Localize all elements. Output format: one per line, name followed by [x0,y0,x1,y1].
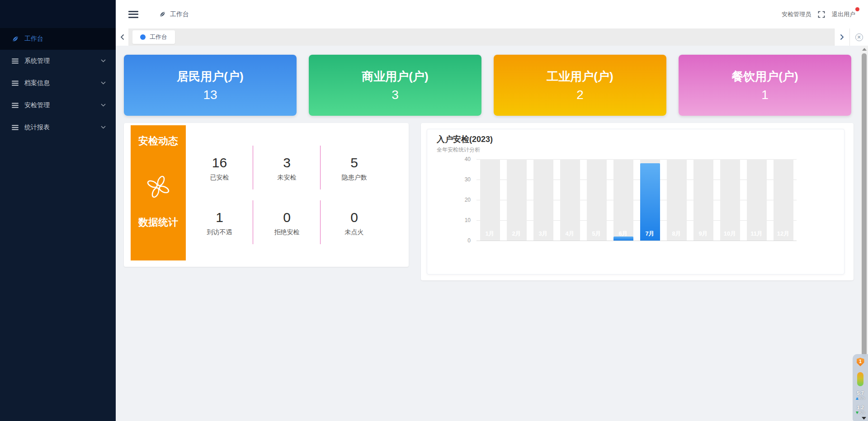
header-right: 安检管理员 退出用户 [782,10,855,19]
leaf-icon [159,11,166,18]
chart-bar-slot: 8月 [663,159,690,241]
chevron-down-icon [101,126,106,129]
summary-card-title: 居民用户(户) [177,69,243,85]
bar-background [774,159,793,241]
bar-background [747,159,767,241]
stat-value: 16 [212,155,227,170]
summary-card-value: 13 [203,88,217,102]
y-axis-tick: 30 [465,176,471,183]
list-icon [12,102,19,109]
sidebar-item-label: 工作台 [24,35,43,43]
sidebar-item-2[interactable]: 档案信息 [0,72,116,94]
chevron-down-icon [101,104,106,107]
stat-label: 隐患户数 [342,174,367,182]
chart-bar-slot: 6月 [610,159,637,241]
bar-background [480,159,500,241]
sidebar: 工作台 系统管理 档案信息 安检管理 统计报表 [0,0,116,421]
bar-value [640,163,660,241]
chart-bar-slot: 7月 [637,159,663,241]
summary-card-value: 2 [576,88,584,102]
bar-background [667,159,687,241]
summary-card-title: 餐饮用户(户) [731,69,798,85]
banner-title-bottom: 数据统计 [131,216,186,229]
chart-bar-slot: 9月 [690,159,717,241]
widget-expand-icon[interactable] [862,417,866,420]
download-arrow-icon [856,412,859,414]
bar-month-label: 4月 [557,230,583,238]
top-header: 工作台 安检管理员 退出用户 [116,0,868,28]
bar-month-label: 9月 [690,230,717,238]
chart-bar-slot: 1月 [476,159,503,241]
tabbar-spacer [175,28,834,46]
bar-month-label: 5月 [583,230,610,238]
chart-bar-slot: 12月 [770,159,797,241]
chart-bar-slot: 3月 [530,159,557,241]
scrollbar-thumb[interactable] [862,53,867,357]
bar-chart: 010203040 1月 2月 3月 4月 5月 6月 7月 8月 9月 [476,159,797,241]
notification-dot [855,7,859,11]
chart-bars: 1月 2月 3月 4月 5月 6月 7月 8月 9月 10月 [476,159,797,241]
summary-card-title: 商业用户(户) [362,69,428,85]
tab-label: 工作台 [150,33,167,41]
leaf-icon [12,35,19,43]
scrollbar-up-arrow[interactable] [862,48,867,51]
stat-value: 0 [283,210,291,225]
upload-arrow-icon [856,397,859,400]
tabs-scroll-left-button[interactable] [116,28,128,46]
bar-background [533,159,553,241]
bar-background [693,159,713,241]
sidebar-item-label: 档案信息 [24,79,50,87]
chart-box: 入户安检(2023) 全年安检统计分析 010203040 1月 2月 3月 4… [427,129,844,274]
gridline [476,241,797,241]
chevron-down-icon [101,59,106,62]
logout-label: 退出用户 [832,11,855,18]
sidebar-item-0[interactable]: 工作台 [0,28,116,50]
chevron-right-icon [840,34,844,40]
download-unit: K/s [859,410,865,415]
summary-cards-row: 居民用户(户) 13 商业用户(户) 3 工业用户(户) 2 餐饮用户(户) 1 [124,55,851,116]
stat-cell: 0 未点火 [321,196,388,251]
sidebar-item-label: 安检管理 [24,101,50,109]
security-stats-panel: 安检动态 数据统计 16 已安检 3 未安检 5 隐患户数 1 到访不遇 0 拒… [124,123,409,267]
bar-background [507,159,527,241]
summary-card: 餐饮用户(户) 1 [679,55,851,116]
shield-badge-icon: 1 [857,358,864,366]
fullscreen-icon[interactable] [818,11,825,18]
summary-card-title: 工业用户(户) [547,69,613,85]
sidebar-item-1[interactable]: 系统管理 [0,50,116,72]
stat-cell: 3 未安检 [253,141,321,196]
network-speed-widget[interactable]: 1 5.7 K/s 1.2 K/s [853,354,868,421]
y-axis-tick: 10 [465,217,471,223]
current-user-label: 安检管理员 [782,10,811,19]
chart-bar-slot: 10月 [717,159,743,241]
bar-month-label: 8月 [663,230,690,238]
menu-collapse-button[interactable] [128,11,138,18]
tabs-scroll-right-button[interactable] [834,28,849,46]
close-tabs-button[interactable]: ✕ [849,28,868,46]
chart-title: 入户安检(2023) [437,134,493,145]
sidebar-item-4[interactable]: 统计报表 [0,116,116,138]
chart-bar-slot: 11月 [743,159,770,241]
sidebar-item-3[interactable]: 安检管理 [0,94,116,116]
summary-card: 居民用户(户) 13 [124,55,297,116]
stat-cell: 5 隐患户数 [321,141,388,196]
download-speed-value: 1.2 [856,405,865,410]
stat-value: 3 [283,155,291,170]
chart-bar-slot: 2月 [503,159,530,241]
bar-background [560,159,580,241]
bar-month-label: 1月 [476,230,503,238]
tab-workbench[interactable]: 工作台 [132,30,175,44]
banner-title-top: 安检动态 [131,134,186,148]
chart-panel: 入户安检(2023) 全年安检统计分析 010203040 1月 2月 3月 4… [421,123,854,280]
stat-cell: 1 到访不遇 [186,196,253,251]
stat-value: 5 [350,155,358,170]
bar-background [720,159,740,241]
logout-button[interactable]: 退出用户 [832,10,855,19]
bar-background [587,159,607,241]
y-axis-tick: 0 [467,237,471,244]
chevron-down-icon [101,81,106,85]
stats-banner: 安检动态 数据统计 [131,125,186,260]
summary-card: 商业用户(户) 3 [309,55,481,116]
chart-bar-slot: 5月 [583,159,610,241]
y-axis-tick: 20 [465,197,471,203]
